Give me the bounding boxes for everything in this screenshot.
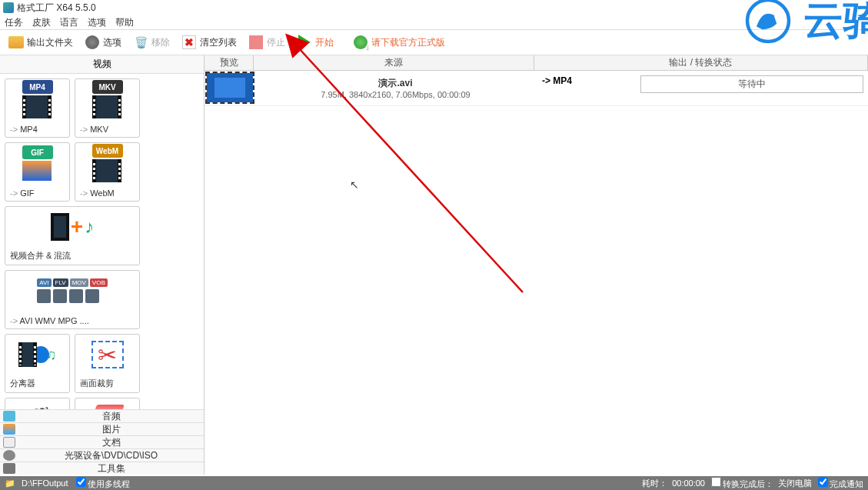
category-document[interactable]: 文档: [0, 435, 204, 448]
category-image[interactable]: 图片: [0, 422, 204, 435]
task-filename: 演示.avi: [378, 77, 412, 90]
remove-label: 移除: [151, 36, 170, 49]
output-folder-label: 输出文件夹: [27, 36, 73, 49]
folder-icon: [8, 36, 24, 48]
col-source[interactable]: 来源: [254, 55, 534, 70]
menu-options[interactable]: 选项: [88, 16, 106, 29]
menu-task[interactable]: 任务: [5, 16, 23, 29]
remove-icon: 🗑️: [132, 34, 149, 51]
output-folder-button[interactable]: 输出文件夹: [5, 32, 76, 52]
menu-language[interactable]: 语言: [60, 16, 78, 29]
horse-icon: [737, 0, 799, 44]
status-badge: 等待中: [640, 75, 863, 93]
tile-remove-watermark[interactable]: Logo去除水印: [75, 398, 140, 409]
format-grid: MP4MP4 MKVMKV GIFGIF WebMWebM +♪视频合并 & 混…: [0, 74, 204, 409]
cursor-icon: ↖: [350, 178, 359, 191]
col-output[interactable]: 输出 / 转换状态: [534, 55, 868, 70]
multithread-toggle[interactable]: 使用多线程: [75, 477, 130, 490]
image-icon: [3, 424, 15, 435]
task-status: 等待中: [636, 71, 868, 105]
tools-icon: [3, 463, 15, 474]
watermark-logo: 云骑: [737, 0, 868, 48]
task-metadata: 7.95M, 3840x2160, 7.06Mbps, 00:00:09: [321, 90, 470, 99]
shutdown-option[interactable]: 关闭电脑: [778, 478, 812, 489]
disc-icon: [3, 450, 15, 461]
content-area: 预览 来源 输出 / 转换状态 演示.avi 7.95M, 3840x2160,…: [205, 55, 868, 475]
elapsed-time: 00:00:00: [672, 478, 705, 488]
sidebar-header-video[interactable]: 视频: [0, 55, 204, 74]
tile-mkv[interactable]: MKVMKV: [75, 78, 140, 138]
start-button[interactable]: 开始: [293, 32, 337, 52]
task-info: 演示.avi 7.95M, 3840x2160, 7.06Mbps, 00:00…: [255, 71, 536, 105]
clear-icon: ✖: [182, 35, 196, 49]
options-label: 选项: [103, 36, 121, 49]
tile-gif[interactable]: GIFGIF: [5, 142, 70, 202]
task-row[interactable]: 演示.avi 7.95M, 3840x2160, 7.06Mbps, 00:00…: [205, 71, 868, 106]
tile-avi-etc[interactable]: AVIFLVMOVVOBAVI WMV MPG ....: [5, 270, 140, 329]
tile-crop[interactable]: ✂画面裁剪: [75, 334, 140, 393]
download-official-label: 请下载官方正式版: [371, 36, 445, 49]
after-checkbox[interactable]: [711, 477, 721, 487]
menu-skin[interactable]: 皮肤: [32, 16, 51, 29]
stop-button[interactable]: 停止: [244, 32, 288, 52]
category-audio[interactable]: 音频: [0, 409, 204, 422]
globe-download-icon: [354, 35, 367, 49]
menu-help[interactable]: 帮助: [115, 16, 134, 29]
options-button[interactable]: 选项: [81, 32, 125, 52]
tile-webm[interactable]: WebMWebM: [75, 142, 140, 202]
document-icon: [3, 437, 15, 448]
elapsed-label: 耗时：: [642, 478, 667, 489]
tile-mp4[interactable]: MP4MP4: [5, 78, 70, 138]
gear-icon: [85, 35, 99, 49]
download-official-button[interactable]: 请下载官方正式版: [349, 32, 448, 52]
clear-list-label: 清空列表: [200, 36, 237, 49]
category-list: 音频 图片 文档 光驱设备\DVD\CD\ISO 工具集: [0, 409, 204, 475]
stop-label: 停止: [267, 36, 285, 49]
category-dvd[interactable]: 光驱设备\DVD\CD\ISO: [0, 448, 204, 462]
notify-checkbox[interactable]: [818, 477, 828, 487]
start-label: 开始: [315, 36, 334, 49]
clear-list-button[interactable]: ✖ 清空列表: [178, 32, 240, 52]
remove-button[interactable]: 🗑️ 移除: [129, 32, 173, 52]
after-convert-label: 转换完成后：: [710, 477, 773, 490]
multithread-checkbox[interactable]: [76, 477, 86, 487]
play-icon: [298, 35, 311, 50]
folder-small-icon: 📁: [5, 478, 15, 488]
tile-quick-edit[interactable]: 🎬快速剪辑: [5, 398, 70, 409]
output-path[interactable]: D:\FFOutput: [22, 478, 68, 488]
app-icon: [3, 2, 14, 13]
stop-icon: [249, 35, 263, 49]
tile-merge[interactable]: +♪视频合并 & 混流: [5, 206, 140, 265]
col-preview[interactable]: 预览: [205, 55, 254, 70]
category-tools[interactable]: 工具集: [0, 462, 204, 475]
sidebar: 视频 MP4MP4 MKVMKV GIFGIF WebMWebM +♪视频合并 …: [0, 55, 205, 475]
task-thumbnail[interactable]: [207, 73, 253, 102]
statusbar: 📁 D:\FFOutput 使用多线程 耗时： 00:00:00 转换完成后： …: [0, 476, 868, 490]
column-headers: 预览 来源 输出 / 转换状态: [205, 55, 868, 71]
window-title: 格式工厂 X64 5.5.0: [17, 2, 96, 15]
task-output-format: -> MP4: [536, 71, 636, 105]
tile-splitter[interactable]: ♫分离器: [5, 334, 70, 393]
notify-toggle[interactable]: 完成通知: [816, 477, 863, 490]
audio-icon: [3, 411, 15, 422]
